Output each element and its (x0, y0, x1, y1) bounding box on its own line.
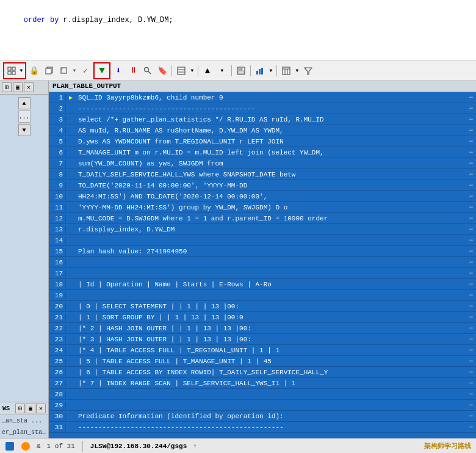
grid2-dropdown-btn[interactable]: ▼ (189, 64, 195, 78)
table-row[interactable]: 17⋯ (49, 268, 476, 279)
table-row[interactable]: 16⋯ (49, 257, 476, 268)
row-expand-btn[interactable]: ⋯ (466, 94, 476, 101)
row-expand-btn[interactable]: ⋯ (466, 424, 476, 430)
table-dropdown-btn[interactable]: ▼ (294, 64, 300, 78)
filter-btn[interactable] (301, 64, 315, 78)
copy2-btn[interactable] (57, 64, 70, 78)
row-expand-btn[interactable]: ⋯ (466, 237, 476, 244)
table-row[interactable]: 20| 0 | SELECT STATEMENT | | 1 | | 13 |0… (49, 301, 476, 312)
row-expand-btn[interactable]: ⋯ (466, 391, 476, 397)
table-row[interactable]: 25| 5 | TABLE ACCESS FULL | T_MANAGE_UNI… (49, 356, 476, 367)
row-expand-btn[interactable]: ⋯ (466, 226, 476, 233)
table-row[interactable]: 18| Id | Operation | Name | Starts | E-R… (49, 279, 476, 290)
grid-dropdown-btn[interactable]: ▼ (18, 64, 24, 78)
row-expand-btn[interactable]: ⋯ (466, 325, 476, 332)
sidebar-scroll-up[interactable]: ▲ (18, 97, 31, 109)
row-expand-btn[interactable]: ⋯ (466, 171, 476, 178)
table-row[interactable]: 29⋯ (49, 400, 476, 411)
sidebar-pin-btn[interactable]: ▣ (13, 82, 23, 92)
bookmark-btn[interactable]: 🔖 (156, 64, 169, 78)
grid-icon-btn[interactable] (5, 64, 18, 78)
find-btn[interactable] (141, 64, 154, 78)
row-expand-btn[interactable]: ⋯ (466, 204, 476, 211)
table-row[interactable]: 3select /*+ gather_plan_statistics */ R.… (49, 114, 476, 125)
table-row[interactable]: 4AS muId, R.RU_NAME AS ruShortName, D.YW… (49, 125, 476, 136)
sidebar-close-btn[interactable]: ✕ (24, 82, 34, 92)
row-expand-btn[interactable]: ⋯ (466, 248, 476, 255)
row-expand-btn[interactable]: ⋯ (466, 336, 476, 342)
table-row[interactable]: 31--------------------------------------… (49, 422, 476, 433)
pause-btn[interactable]: ⏸ (126, 64, 140, 78)
grid-body[interactable]: 1▶SQL_ID 3ayyrp8bkzmb6, child number 0⋯2… (49, 92, 476, 438)
table-row[interactable]: 2---------------------------------------… (49, 103, 476, 114)
row-expand-btn[interactable]: ⋯ (466, 402, 476, 408)
table-row[interactable]: 26| 6 | TABLE ACCESS BY INDEX ROWID| T_D… (49, 367, 476, 378)
row-expand-btn[interactable]: ⋯ (466, 270, 476, 277)
row-content: | 1 | SORT GROUP BY | | 1 | 13 | 13 |00:… (76, 313, 466, 322)
table-row[interactable]: 23|* 3 | HASH JOIN OUTER | | 1 | 13 | 13… (49, 334, 476, 345)
arrow-up-btn[interactable]: ▲ (201, 64, 214, 78)
green-down-btn[interactable]: ▼ (95, 64, 109, 78)
table-row[interactable]: 12m.MU_CODE = D.SWJGDM where 1 = 1 and r… (49, 213, 476, 224)
result-area: PLAN_TABLE_OUTPUT 1▶SQL_ID 3ayyrp8bkzmb6… (49, 81, 476, 438)
table-row[interactable]: 1▶SQL_ID 3ayyrp8bkzmb6, child number 0⋯ (49, 92, 476, 103)
table-row[interactable]: 27|* 7 | INDEX RANGE SCAN | SELF_SERVICE… (49, 378, 476, 389)
table-row[interactable]: 10HH24:MI:SS') AND TO_DATE('2020-12-14 0… (49, 191, 476, 202)
table-row[interactable]: 15Plan hash value: 2741994950⋯ (49, 246, 476, 257)
table-row[interactable]: 13r.display_index, D.YW_DM⋯ (49, 224, 476, 235)
table-btn[interactable] (279, 64, 293, 78)
row-expand-btn[interactable]: ⋯ (466, 303, 476, 310)
ws-close-btn[interactable]: ✕ (36, 404, 46, 413)
blue-down-btn[interactable]: ⬇ (112, 64, 125, 78)
table-row[interactable]: 8T_DAILY_SELF_SERVICE_HALL_YWS where SNA… (49, 169, 476, 180)
table-row[interactable]: 5D.yws AS YWDMCOUNT from T_REGIONAL_UNIT… (49, 136, 476, 147)
table-row[interactable]: 11'YYYY-MM-DD HH24:MI:SS') group by YW_D… (49, 202, 476, 213)
table-row[interactable]: 6T_MANAGE_UNIT m on r.MU_ID = m.MU_ID le… (49, 147, 476, 158)
table-row[interactable]: 21| 1 | SORT GROUP BY | | 1 | 13 | 13 |0… (49, 312, 476, 323)
watermark-text: 架构师学习路线 (424, 441, 471, 451)
row-expand-btn[interactable]: ⋯ (466, 281, 476, 288)
row-expand-btn[interactable]: ⋯ (466, 292, 476, 299)
save-btn[interactable] (234, 64, 248, 78)
row-expand-btn[interactable]: ⋯ (466, 358, 476, 364)
ws-pin-btn[interactable]: ▣ (26, 404, 35, 413)
row-expand-btn[interactable]: ⋯ (466, 380, 476, 386)
row-expand-btn[interactable]: ⋯ (466, 193, 476, 200)
table-row[interactable]: 7sum(YW_DM_COUNT) as yws, SWJGDM from⋯ (49, 158, 476, 169)
row-expand-btn[interactable]: ⋯ (466, 215, 476, 222)
arrow-down-btn[interactable]: ▼ (71, 64, 78, 78)
row-expand-btn[interactable]: ⋯ (466, 149, 476, 156)
sidebar-expand-btn[interactable]: ... (18, 111, 31, 123)
row-expand-btn[interactable]: ⋯ (466, 413, 476, 419)
lock-btn[interactable]: 🔒 (27, 64, 41, 78)
row-expand-btn[interactable]: ⋯ (466, 127, 476, 134)
table-row[interactable]: 14⋯ (49, 235, 476, 246)
chart-btn[interactable] (253, 64, 267, 78)
table-row[interactable]: 30Predicate Information (identified by o… (49, 411, 476, 422)
table-row[interactable]: 24|* 4 | TABLE ACCESS FULL | T_REGIONAL_… (49, 345, 476, 356)
table-row[interactable]: 19⋯ (49, 290, 476, 301)
row-expand-btn[interactable]: ⋯ (466, 182, 476, 189)
row-expand-btn[interactable]: ⋯ (466, 105, 476, 112)
ws-grid-btn[interactable]: ⊞ (15, 404, 25, 413)
sidebar-item-plan-sta[interactable]: er_plan_sta ... (0, 427, 48, 438)
row-expand-btn[interactable]: ⋯ (466, 138, 476, 145)
copy1-btn[interactable] (42, 64, 56, 78)
row-expand-btn[interactable]: ⋯ (466, 347, 476, 353)
sidebar-item-an-sta[interactable]: _an_sta ... (0, 415, 48, 427)
sidebar-grid-btn[interactable]: ⊞ (2, 82, 12, 92)
table-row[interactable]: 9 TO_DATE('2020-11-14 00:00:00', 'YYYY-M… (49, 180, 476, 191)
row-content (76, 295, 466, 296)
row-expand-btn[interactable]: ⋯ (466, 259, 476, 266)
check-btn[interactable]: ✓ (79, 64, 92, 78)
chart-dropdown-btn[interactable]: ▼ (268, 64, 274, 78)
row-expand-btn[interactable]: ⋯ (466, 314, 476, 321)
row-expand-btn[interactable]: ⋯ (466, 369, 476, 375)
arrow-down2-btn[interactable]: ▼ (215, 64, 229, 78)
grid2-btn[interactable] (175, 64, 188, 78)
sidebar-scroll-down[interactable]: ▼ (18, 124, 31, 136)
row-expand-btn[interactable]: ⋯ (466, 160, 476, 167)
row-expand-btn[interactable]: ⋯ (466, 116, 476, 123)
table-row[interactable]: 28⋯ (49, 389, 476, 400)
table-row[interactable]: 22|* 2 | HASH JOIN OUTER | | 1 | 13 | 13… (49, 323, 476, 334)
